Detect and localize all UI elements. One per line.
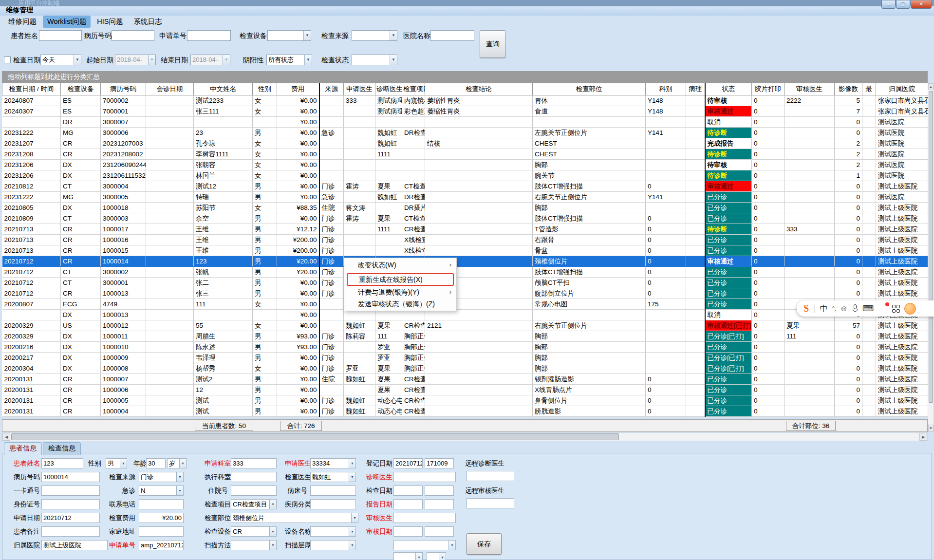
- scroll-right-icon[interactable]: ▶: [919, 433, 927, 441]
- column-header-3[interactable]: 会诊日期: [146, 83, 194, 95]
- keyboard-icon[interactable]: ⌨: [862, 300, 874, 317]
- table-row[interactable]: 20200131CR1000007测试2男¥0.00住院魏如虹夏果CR检查钡剂灌…: [2, 374, 928, 385]
- form-select[interactable]: CR检查项目▼: [231, 499, 277, 509]
- column-header-0[interactable]: 检查日期 / 时间: [2, 83, 61, 95]
- column-header-9[interactable]: 诊断医生: [375, 83, 402, 95]
- start-date-picker[interactable]: 2018-04-11▼: [115, 55, 156, 65]
- form-input[interactable]: 123: [41, 458, 83, 468]
- table-row[interactable]: 20231208CR20231208002李树容1111女¥0.001111CH…: [2, 149, 928, 160]
- tab-main-3[interactable]: 系统日志: [129, 16, 166, 28]
- form-select[interactable]: CR▼: [231, 526, 277, 537]
- horizontal-scroll-thumb[interactable]: [11, 433, 619, 440]
- chevron-down-icon[interactable]: ▼: [448, 541, 455, 550]
- form-input[interactable]: [467, 471, 514, 481]
- form-input[interactable]: amp_2021071217: [139, 540, 184, 550]
- end-date-picker[interactable]: 2018-04-11▼: [190, 55, 230, 65]
- form-select[interactable]: ▼: [310, 526, 356, 537]
- column-header-19[interactable]: 最: [862, 83, 876, 95]
- chevron-down-icon[interactable]: ▼: [349, 472, 355, 482]
- column-header-5[interactable]: 性别: [253, 83, 277, 95]
- table-row[interactable]: DX1000013¥0.00取消00测试上级医院: [2, 310, 928, 320]
- column-header-7[interactable]: 来源: [319, 83, 344, 95]
- column-header-6[interactable]: 费用: [277, 83, 319, 95]
- exam-date-select[interactable]: 今天▼: [40, 55, 81, 65]
- form-select[interactable]: 男▼: [106, 458, 127, 468]
- exam-status-select[interactable]: ▼: [352, 55, 397, 65]
- form-input[interactable]: [425, 526, 454, 537]
- column-header-14[interactable]: 病理: [686, 83, 705, 95]
- chevron-down-icon[interactable]: ▼: [176, 486, 183, 495]
- form-input[interactable]: [41, 499, 100, 509]
- device-select[interactable]: ▼: [267, 30, 311, 41]
- horizontal-scrollbar[interactable]: ◀ ▶: [2, 432, 928, 441]
- table-row[interactable]: 20210712CR1000014123男¥20.00门诊颈椎侧位片0审核通过0…: [2, 256, 928, 267]
- column-header-16[interactable]: 胶片打印: [752, 83, 785, 95]
- minimize-button[interactable]: –: [881, 0, 896, 9]
- chevron-down-icon[interactable]: ▼: [439, 553, 446, 560]
- save-button[interactable]: 保存: [467, 533, 502, 555]
- chevron-down-icon[interactable]: ▼: [176, 472, 183, 482]
- chevron-down-icon[interactable]: ▼: [349, 459, 355, 468]
- form-select[interactable]: 门诊▼: [139, 472, 184, 482]
- table-row[interactable]: 20210712CR1000013张三男¥0.00门诊腹部倒立位片0已分诊00测…: [2, 288, 928, 299]
- form-select[interactable]: 颈椎侧位片▼: [231, 513, 358, 523]
- source-select[interactable]: ▼: [352, 30, 397, 41]
- form-input[interactable]: 333: [231, 458, 277, 468]
- close-button[interactable]: ✕: [911, 0, 932, 9]
- smiley-icon[interactable]: ☺: [840, 300, 848, 317]
- form-input[interactable]: [467, 498, 514, 508]
- chevron-down-icon[interactable]: ▼: [120, 459, 127, 468]
- menu-item-2[interactable]: 计费与退费(银海)(Y)›: [344, 286, 456, 298]
- positivity-select[interactable]: 所有状态▼: [266, 55, 312, 65]
- table-row[interactable]: 20200131CR100000612男¥0.00夏果CR检查X线胃肠点片0已分…: [2, 385, 928, 395]
- form-input[interactable]: [310, 499, 356, 509]
- form-input[interactable]: 171009: [425, 458, 454, 468]
- menu-item-3[interactable]: 发送审核状态（银海）(Z): [344, 298, 456, 310]
- form-select[interactable]: ▼: [231, 540, 277, 550]
- form-select[interactable]: 魏如虹▼: [310, 472, 356, 482]
- table-row[interactable]: DR3000007¥0.00取消00测试医院: [2, 117, 928, 128]
- form-input[interactable]: [393, 513, 456, 523]
- form-input[interactable]: [425, 499, 454, 509]
- table-row[interactable]: 20210812CT3000004测试12男¥0.00门诊霍涛夏果CT检查项肢体…: [2, 181, 928, 192]
- sogou-s-icon[interactable]: S: [803, 300, 809, 317]
- table-row[interactable]: 20231222MG300000623男¥0.00急诊魏如虹DR检查左腕关节正侧…: [2, 128, 928, 138]
- table-row[interactable]: 20231206DX231206090244张朝容女¥0.00胸部待审核02测试…: [2, 160, 928, 170]
- exam-date-checkbox[interactable]: [4, 56, 11, 63]
- form-select[interactable]: ▼: [310, 540, 356, 550]
- grid-icon[interactable]: [892, 305, 900, 313]
- column-header-20[interactable]: 归属医院: [876, 83, 928, 95]
- table-row[interactable]: 20200329DX1000011周腊生男¥93.00门诊陈莉容111胸部正侧胸…: [2, 331, 928, 342]
- table-row[interactable]: 20231222MG3000005特瑞男¥0.00急诊魏如虹DR检查右腕关节正侧…: [2, 192, 928, 203]
- form-input[interactable]: 测试上级医院: [41, 540, 108, 550]
- table-row[interactable]: 20200216DX1000010陈永述男¥93.00门诊罗亚胸部正侧胸部已分诊…: [2, 342, 928, 353]
- emoji-badge-icon[interactable]: [904, 303, 916, 315]
- chevron-down-icon[interactable]: ▼: [390, 55, 397, 65]
- form-input[interactable]: 20210712: [41, 513, 100, 523]
- tab-exam-info[interactable]: 检查信息: [43, 442, 81, 455]
- form-input[interactable]: [231, 472, 277, 482]
- punctuation-icon[interactable]: °,: [832, 300, 836, 317]
- form-input[interactable]: [393, 485, 423, 496]
- table-row[interactable]: 20210713CR1000015王维男¥200.00门诊X线检查骨盆0已分诊0…: [2, 245, 928, 256]
- form-select[interactable]: ▼: [393, 540, 456, 550]
- table-row[interactable]: 20210712CT3000002张帆男¥20.00门诊肢体CT增强扫描0已分诊…: [2, 267, 928, 278]
- maximize-button[interactable]: ❐: [896, 0, 910, 9]
- patient-name-input[interactable]: [39, 30, 82, 41]
- column-header-12[interactable]: 检查部位: [533, 83, 646, 95]
- chevron-down-icon[interactable]: ▼: [349, 541, 355, 550]
- vertical-scrollbar[interactable]: ▲ ▼: [928, 83, 934, 432]
- table-row[interactable]: 20240307ES7000001张三111女¥0.00测试病理彩色超声萎缩性胃…: [2, 106, 928, 117]
- chevron-down-icon[interactable]: ▼: [303, 31, 311, 40]
- tab-main-2[interactable]: HIS问题: [93, 16, 127, 28]
- chevron-down-icon[interactable]: ▼: [74, 55, 81, 65]
- chevron-down-icon[interactable]: ▼: [269, 527, 276, 536]
- table-row[interactable]: 20210713CR1000017王维男¥12.12门诊1111CR检查T管造影…: [2, 224, 928, 235]
- tab-worklist[interactable]: Worklist问题: [43, 16, 91, 28]
- form-input[interactable]: ¥20.00: [139, 513, 184, 523]
- request-no-input[interactable]: [187, 30, 231, 41]
- form-input[interactable]: [139, 526, 184, 537]
- table-row[interactable]: 20240807ES7000002测试2233女¥0.00333测试病理内窥镜检…: [2, 95, 928, 106]
- title-bar[interactable]: [0, 6, 934, 16]
- mrn-input[interactable]: [112, 30, 154, 41]
